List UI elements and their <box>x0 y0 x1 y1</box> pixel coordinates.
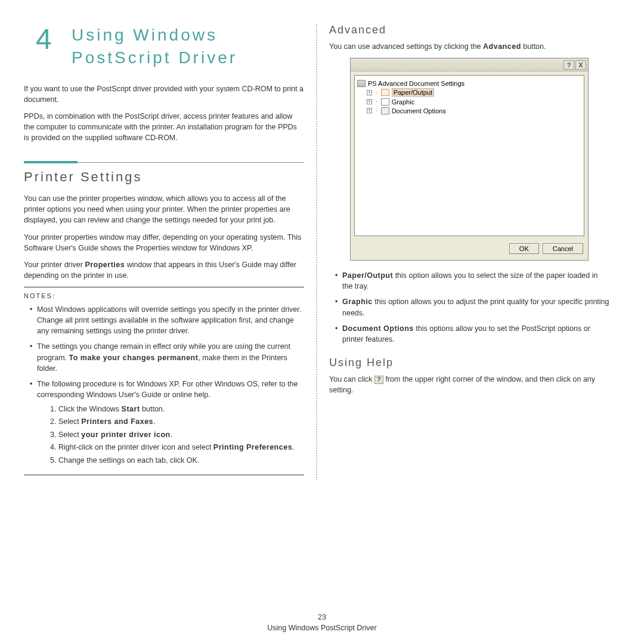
ps-p1: You can use the printer properties windo… <box>24 193 304 225</box>
printer-icon <box>357 80 366 87</box>
notes-rule-top <box>24 287 304 287</box>
advanced-options-list: Paper/Output this option allows you to s… <box>329 270 609 345</box>
tree-root[interactable]: PS Advanced Document Settings <box>357 79 581 88</box>
expand-icon[interactable]: + <box>367 108 372 113</box>
notes-rule-bottom <box>24 475 304 475</box>
tree-root-label: PS Advanced Document Settings <box>368 80 465 87</box>
notes-list: Most Windows applications will override … <box>24 304 304 466</box>
page-number: 23 <box>0 613 644 621</box>
ps-p3: Your printer driver Properties window th… <box>24 259 304 281</box>
document-icon <box>381 107 389 114</box>
steps-list: Click the Windows Start button. Select P… <box>37 404 304 466</box>
intro-p2: PPDs, in combination with the PostScript… <box>24 111 304 143</box>
dialog-body: PS Advanced Document Settings + · Paper/… <box>354 75 584 236</box>
chapter-number: 4 <box>36 23 52 55</box>
page-footer: 23 Using Windows PostScript Driver <box>0 613 644 632</box>
step-item: Right-click on the printer driver icon a… <box>58 442 304 453</box>
close-icon[interactable]: X <box>575 60 586 70</box>
tree-connector: · <box>374 89 379 97</box>
note-item: Most Windows applications will override … <box>30 304 304 336</box>
chapter-title: Using Windows PostScript Driver <box>72 24 304 69</box>
list-item: Graphic this option allows you to adjust… <box>335 296 609 318</box>
using-help-text: You can click ? from the upper right cor… <box>329 374 609 395</box>
note-item: The settings you change remain in effect… <box>30 341 304 373</box>
tree-connector: · <box>374 98 379 106</box>
step-item: Select your printer driver icon. <box>58 429 304 441</box>
tree-connector: · <box>374 107 379 114</box>
intro-p1: If you want to use the PostScript driver… <box>24 83 304 105</box>
tree-label-graphic: Graphic <box>392 98 415 106</box>
step-item: Change the settings on each tab, click O… <box>58 455 304 466</box>
tree-item-paper-output[interactable]: + · Paper/Output <box>357 88 581 97</box>
subheading-using-help: Using Help <box>329 357 609 369</box>
advanced-intro: You can use advanced settings by clickin… <box>329 41 609 52</box>
list-item: Document Options this options allow you … <box>335 323 609 345</box>
tree-label-paper: Paper/Output <box>392 88 434 97</box>
section-rule <box>24 161 304 163</box>
advanced-dialog: ? X PS Advanced Document Settings + · Pa… <box>350 58 589 261</box>
notes-label: NOTES: <box>24 292 304 299</box>
tree-item-document-options[interactable]: + · Document Options <box>357 106 581 115</box>
section-heading-printer-settings: Printer Settings <box>24 169 304 185</box>
expand-icon[interactable]: + <box>367 90 372 95</box>
list-item: Paper/Output this option allows you to s… <box>335 270 609 292</box>
help-icon[interactable]: ? <box>564 60 574 70</box>
footer-text: Using Windows PostScript Driver <box>0 624 644 632</box>
ps-p2: Your printer properties window may diffe… <box>24 232 304 253</box>
note-item: The following procedure is for Windows X… <box>30 379 304 466</box>
cancel-button[interactable]: Cancel <box>543 243 583 254</box>
ok-button[interactable]: OK <box>509 243 539 254</box>
subheading-advanced: Advanced <box>329 24 609 36</box>
graphic-icon <box>381 98 389 106</box>
dialog-titlebar: ? X <box>351 58 588 72</box>
step-item: Click the Windows Start button. <box>58 404 304 415</box>
dialog-footer: OK Cancel <box>351 240 588 260</box>
help-icon: ? <box>374 376 383 384</box>
step-item: Select Printers and Faxes. <box>58 416 304 428</box>
tree-label-docopt: Document Options <box>392 107 446 114</box>
paper-icon <box>381 89 389 96</box>
tree-item-graphic[interactable]: + · Graphic <box>357 97 581 106</box>
expand-icon[interactable]: + <box>367 99 372 104</box>
